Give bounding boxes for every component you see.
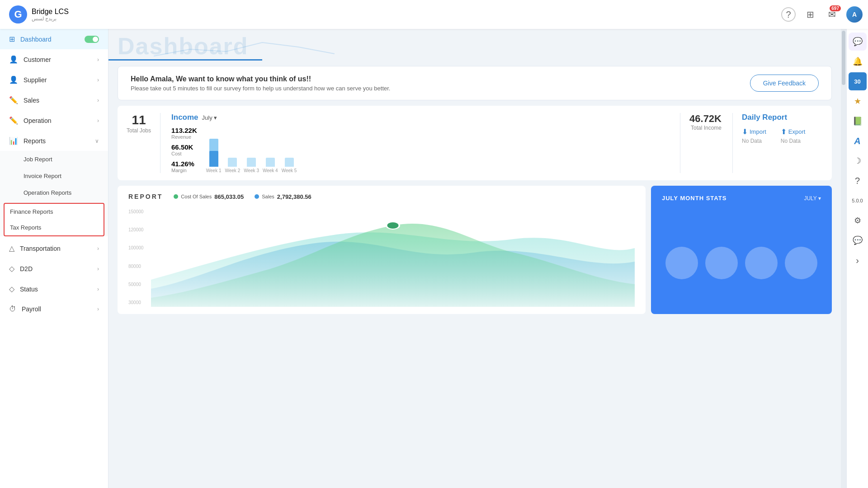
revenue-value: 113.22K	[171, 127, 197, 134]
sidebar-label-dashboard: Dashboard	[20, 36, 52, 43]
calendar-icon[interactable]: 30	[849, 72, 867, 90]
logo-text: Bridge LCS بريدج لسس	[32, 8, 69, 22]
topbar: G Bridge LCS بريدج لسس ? ⊞ ✉ 697 A	[0, 0, 868, 29]
status-chevron-icon: ›	[97, 286, 99, 292]
sidebar-item-finance-reports[interactable]: Finance Reports	[5, 204, 104, 220]
gear-icon[interactable]: ⚙	[849, 211, 867, 230]
star-icon[interactable]: ★	[849, 92, 867, 110]
help-icon[interactable]: ?	[781, 7, 796, 22]
cost-legend: Cost Of Sales 865,033.05	[174, 193, 244, 200]
sidebar-label-payroll: Payroll	[22, 305, 41, 313]
sidebar-item-dashboard[interactable]: ⊞ Dashboard	[0, 29, 108, 49]
wave-chart-container: 150000120000100000800005000030000	[128, 207, 635, 307]
export-value: No Data	[781, 138, 806, 144]
july-circles	[662, 247, 821, 279]
income-title: Income	[171, 113, 198, 122]
chat-icon[interactable]: 💬	[849, 33, 867, 51]
margin-value: 41.26%	[171, 160, 197, 168]
total-jobs-block: 11 Total Jobs	[127, 113, 160, 173]
sidebar-item-operation-reports[interactable]: Operation Reports	[0, 184, 108, 201]
d2d-icon: ◇	[9, 264, 14, 273]
cost-label: Cost	[171, 151, 197, 156]
total-jobs-number: 11	[127, 113, 151, 127]
sidebar-label-transportation: Transportation	[20, 245, 61, 252]
reports-icon: 📊	[9, 136, 18, 145]
give-feedback-button[interactable]: Give Feedback	[750, 75, 819, 92]
operation-icon: ✏️	[9, 116, 18, 125]
sales-icon: ✏️	[9, 96, 18, 104]
sidebar-item-tax-reports[interactable]: Tax Reports	[5, 220, 104, 235]
comment-icon[interactable]: 💬	[849, 231, 867, 249]
bell-icon[interactable]: 🔔	[849, 52, 867, 70]
july-header: JULY MONTH STATS JULY ▾	[662, 195, 821, 202]
topbar-actions: ? ⊞ ✉ 697 A	[781, 6, 868, 23]
report-chart-title: REPORT	[128, 193, 163, 200]
lower-section: REPORT Cost Of Sales 865,033.05 Sales 2,…	[108, 186, 841, 314]
book-icon[interactable]: 📗	[849, 112, 867, 130]
income-section: Income July ▾ 113.22K Revenue 66.50K Cos…	[171, 113, 669, 173]
d2d-chevron-icon: ›	[97, 266, 99, 272]
income-stats: 113.22K Revenue 66.50K Cost 41.26% Margi…	[171, 127, 197, 173]
help-circle-icon[interactable]: ?	[849, 172, 867, 190]
sidebar-item-d2d[interactable]: ◇ D2D ›	[0, 258, 108, 279]
daily-report-block: Daily Report ⬇ Import No Data ⬆ Export	[732, 113, 823, 173]
revenue-label: Revenue	[171, 134, 197, 140]
sales-legend: Sales 2,792,380.56	[255, 193, 311, 200]
sidebar-item-payroll[interactable]: ⏱ Payroll ›	[0, 299, 108, 319]
sidebar-item-sales[interactable]: ✏️ Sales ›	[0, 90, 108, 110]
dashboard-icon: ⊞	[9, 35, 15, 43]
avatar[interactable]: A	[846, 6, 863, 23]
july-stats-card: JULY MONTH STATS JULY ▾	[651, 186, 832, 314]
sidebar-label-supplier: Supplier	[24, 76, 47, 84]
feedback-title: Hello Amala, We want to know what you th…	[131, 75, 390, 83]
text-a-icon[interactable]: A	[849, 132, 867, 150]
sidebar-item-reports[interactable]: 📊 Reports ∨	[0, 131, 108, 151]
moon-icon[interactable]: ☽	[849, 152, 867, 170]
payroll-chevron-icon: ›	[97, 306, 99, 312]
expand-arrow-icon[interactable]: ›	[849, 251, 867, 269]
sidebar-item-supplier[interactable]: 👤 Supplier ›	[0, 70, 108, 90]
import-arrow-icon: ⬇	[742, 127, 748, 136]
mail-badge: 697	[830, 5, 841, 11]
app-logo-icon: G	[9, 5, 27, 23]
grid-icon[interactable]: ⊞	[803, 7, 817, 22]
sidebar-item-transportation[interactable]: △ Transportation ›	[0, 238, 108, 258]
sidebar-item-operation[interactable]: ✏️ Operation ›	[0, 110, 108, 131]
july-circle-3	[745, 247, 778, 279]
main-area: Dashboard Hello Amala, We want to know w…	[108, 29, 841, 488]
report-chart-header: REPORT Cost Of Sales 865,033.05 Sales 2,…	[128, 193, 635, 200]
scrollbar[interactable]	[841, 29, 846, 488]
reports-chevron-icon: ∨	[95, 138, 99, 144]
export-label: ⬆ Export	[781, 127, 806, 136]
operation-chevron-icon: ›	[97, 117, 99, 124]
bar-chart: Week 1 Week 2 Week 3 Week 4	[206, 137, 669, 173]
sidebar-item-invoice-report[interactable]: Invoice Report	[0, 168, 108, 184]
app-arabic: بريدج لسس	[32, 16, 69, 22]
july-circle-2	[705, 247, 738, 279]
mail-icon[interactable]: ✉ 697	[825, 7, 839, 22]
transportation-icon: △	[9, 244, 14, 253]
july-month-selector[interactable]: JULY ▾	[804, 195, 821, 202]
sidebar-item-customer[interactable]: 👤 Customer ›	[0, 49, 108, 70]
app-name: Bridge LCS	[32, 8, 69, 16]
version-label: 5.0.0	[849, 192, 867, 210]
income-month-selector[interactable]: July ▾	[202, 114, 217, 121]
sales-value: 2,792,380.56	[277, 193, 311, 200]
export-arrow-icon: ⬆	[781, 127, 787, 136]
sales-label: Sales	[262, 194, 274, 199]
sidebar-label-d2d: D2D	[20, 265, 33, 272]
sidebar-item-job-report[interactable]: Job Report	[0, 151, 108, 168]
sidebar-label-customer: Customer	[24, 56, 51, 63]
scrollbar-thumb[interactable]	[842, 31, 845, 85]
sidebar: ⊞ Dashboard 👤 Customer › 👤 Supplier › ✏️…	[0, 29, 108, 488]
svg-point-2	[387, 222, 400, 229]
sidebar-label-sales: Sales	[24, 97, 39, 104]
cost-of-sales-label: Cost Of Sales	[181, 194, 212, 199]
cost-value: 66.50K	[171, 143, 197, 151]
sidebar-item-status[interactable]: ◇ Status ›	[0, 279, 108, 299]
logo-area: G Bridge LCS بريدج لسس	[0, 5, 108, 23]
supplier-icon: 👤	[9, 75, 18, 84]
import-value: No Data	[742, 138, 766, 144]
dashboard-toggle[interactable]	[85, 36, 99, 43]
july-circle-1	[665, 247, 698, 279]
